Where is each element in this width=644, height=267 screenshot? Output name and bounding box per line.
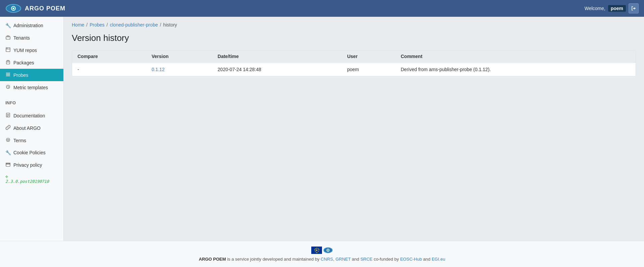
eu-flag-icon: ★ ★ ★ ★ ★ ★ ★ ★ ★ xyxy=(311,247,322,254)
footer-link-egi[interactable]: EGI.eu xyxy=(432,257,445,262)
argo-logo xyxy=(5,3,21,14)
svg-point-39 xyxy=(328,250,329,251)
breadcrumb-current: history xyxy=(163,22,177,28)
sidebar-label-yum-repos: YUM repos xyxy=(13,48,37,53)
table-header: Compare Version Date/time User Comment xyxy=(72,50,636,63)
footer-link-grnet[interactable]: GRNET xyxy=(335,257,351,262)
link-icon xyxy=(5,125,11,131)
app-title: ARGO POEM xyxy=(25,5,65,12)
header-left: ARGO POEM xyxy=(5,3,65,14)
sidebar-label-privacy-policy: Privacy policy xyxy=(13,162,42,168)
sidebar-item-about-argo[interactable]: About ARGO xyxy=(0,122,63,134)
sidebar-label-about-argo: About ARGO xyxy=(13,125,41,131)
cell-datetime: 2020-07-24 14:28:48 xyxy=(212,63,342,76)
breadcrumb-probes[interactable]: Probes xyxy=(90,22,104,28)
sidebar-label-metric-templates: Metric templates xyxy=(13,85,48,90)
sidebar: 🔧 Administration Tenants YUM repos Packa… xyxy=(0,17,64,241)
version-text: 2.3.0.post20190710 xyxy=(5,179,49,184)
main-content: Home / Probes / cloned-publisher-probe /… xyxy=(64,17,644,241)
yum-icon xyxy=(5,47,11,53)
svg-rect-13 xyxy=(6,75,10,76)
header-right: Welcome, poem xyxy=(585,3,639,13)
metric-templates-icon xyxy=(5,85,11,90)
header: ARGO POEM Welcome, poem xyxy=(0,0,644,17)
sidebar-item-terms[interactable]: Terms xyxy=(0,134,63,147)
sidebar-label-packages: Packages xyxy=(13,60,34,65)
welcome-text: Welcome, xyxy=(585,6,605,11)
breadcrumb-sep-1: / xyxy=(86,22,88,28)
sidebar-item-cookie-policies[interactable]: 🔧 Cookie Policies xyxy=(0,147,63,159)
version-icon: ✛ xyxy=(5,174,8,179)
argo-small-logo xyxy=(323,247,333,254)
page-title: Version history xyxy=(72,33,636,43)
sidebar-label-documentation: Documentation xyxy=(13,113,45,118)
svg-rect-12 xyxy=(6,74,10,75)
sidebar-item-yum-repos[interactable]: YUM repos xyxy=(0,44,63,56)
tenants-icon xyxy=(5,35,11,41)
footer-text: ARGO POEM is a service jointly developed… xyxy=(5,257,639,262)
breadcrumb-sep-3: / xyxy=(160,22,161,28)
documentation-icon xyxy=(5,113,11,118)
col-compare: Compare xyxy=(72,50,146,63)
main-layout: 🔧 Administration Tenants YUM repos Packa… xyxy=(0,17,644,241)
version-container: ✛ 2.3.0.post20190710 xyxy=(0,171,63,186)
privacy-icon xyxy=(5,162,11,168)
footer-link-eosc[interactable]: EOSC-Hub xyxy=(400,257,422,262)
col-datetime: Date/time xyxy=(212,50,342,63)
cell-version: 0.1.12 xyxy=(146,63,212,76)
table-body: - 0.1.12 2020-07-24 14:28:48 poem Derive… xyxy=(72,63,636,76)
sidebar-label-tenants: Tenants xyxy=(13,35,30,41)
probes-icon xyxy=(5,72,11,78)
sidebar-item-tenants[interactable]: Tenants xyxy=(0,32,63,44)
svg-point-3 xyxy=(13,8,14,9)
footer-co-funded: co-funded by xyxy=(374,257,400,262)
version-link[interactable]: 0.1.12 xyxy=(152,67,165,72)
cookie-icon: 🔧 xyxy=(5,150,11,155)
version-history-table-container: Compare Version Date/time User Comment -… xyxy=(72,50,636,76)
col-version: Version xyxy=(146,50,212,63)
sidebar-item-metric-templates[interactable]: Metric templates xyxy=(0,81,63,94)
breadcrumb-home[interactable]: Home xyxy=(72,22,84,28)
svg-rect-9 xyxy=(6,61,10,64)
sidebar-label-cookie-policies: Cookie Policies xyxy=(13,150,46,155)
sidebar-label-terms: Terms xyxy=(13,138,26,143)
logout-button[interactable] xyxy=(629,3,639,13)
svg-rect-5 xyxy=(7,36,9,37)
username-badge: poem xyxy=(608,5,626,12)
breadcrumb-probe-name[interactable]: cloned-publisher-probe xyxy=(110,22,158,28)
info-section-label: INFO xyxy=(0,99,63,107)
footer-link-cnrs[interactable]: CNRS xyxy=(321,257,333,262)
sidebar-item-administration[interactable]: 🔧 Administration xyxy=(0,19,63,32)
sidebar-item-packages[interactable]: Packages xyxy=(0,56,63,69)
col-comment: Comment xyxy=(395,50,636,63)
sidebar-item-documentation[interactable]: Documentation xyxy=(0,109,63,122)
svg-rect-6 xyxy=(6,48,10,52)
col-user: User xyxy=(342,50,395,63)
cell-compare: - xyxy=(72,63,146,76)
package-icon xyxy=(5,60,11,65)
sidebar-item-privacy-policy[interactable]: Privacy policy xyxy=(0,159,63,171)
footer-and-2: and xyxy=(423,257,432,262)
footer-and-1: and xyxy=(352,257,360,262)
breadcrumb-sep-2: / xyxy=(107,22,108,28)
wrench-icon: 🔧 xyxy=(5,23,11,28)
terms-icon xyxy=(5,138,11,143)
table-row: - 0.1.12 2020-07-24 14:28:48 poem Derive… xyxy=(72,63,636,76)
sidebar-item-probes[interactable]: Probes xyxy=(0,69,63,81)
footer-logos: ★ ★ ★ ★ ★ ★ ★ ★ ★ xyxy=(5,247,639,254)
sidebar-label-administration: Administration xyxy=(13,23,43,28)
cell-comment: Derived from ams-publisher-probe (0.1.12… xyxy=(395,63,636,76)
svg-rect-11 xyxy=(6,73,10,73)
cell-user: poem xyxy=(342,63,395,76)
footer: ★ ★ ★ ★ ★ ★ ★ ★ ★ ARGO POEM is a service… xyxy=(0,241,644,267)
breadcrumb: Home / Probes / cloned-publisher-probe /… xyxy=(72,22,636,28)
footer-link-srce[interactable]: SRCE xyxy=(360,257,372,262)
footer-brand: ARGO POEM xyxy=(199,257,226,262)
version-history-table: Compare Version Date/time User Comment -… xyxy=(72,50,636,76)
sidebar-label-probes: Probes xyxy=(13,72,28,78)
footer-description: is a service jointly developed and maint… xyxy=(227,257,321,262)
